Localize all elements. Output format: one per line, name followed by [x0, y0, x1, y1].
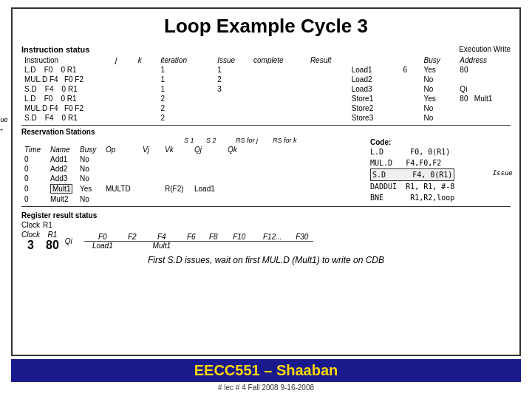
- reg-values-row: Load1 Mult1: [84, 241, 313, 250]
- col-instruction: Instruction: [21, 55, 112, 65]
- col-address: Address: [457, 55, 511, 65]
- col-complete: complete: [250, 55, 307, 65]
- code-section: Code: L.D F0, 0(R1) MUL.D F4,F0,F2 S.D F…: [363, 128, 511, 204]
- rs-col-qk: Qk: [225, 145, 258, 154]
- clock-r1-label: R1: [43, 221, 52, 229]
- table-row: MUL.D F4 F0 F2 2 Store2 No: [21, 103, 511, 113]
- issue-label-right: Issue: [492, 168, 512, 179]
- rs-sub-headers: S 1 S 2 RS for j RS for k: [21, 137, 363, 144]
- divider2: [21, 206, 511, 207]
- sd-highlight: S.D F4, 0(R1): [370, 168, 454, 181]
- footer-banner: EECC551 – Shaaban: [11, 359, 521, 382]
- issue-arrow: Issue →: [0, 116, 8, 135]
- code-listing: L.D F0, 0(R1) MUL.D F4,F0,F2 S.D F4, 0(R…: [370, 146, 511, 203]
- table-row: 0 Add1 No: [21, 154, 258, 164]
- reg-f0-val: Load1: [84, 241, 121, 250]
- reg-f12-val: [254, 241, 291, 250]
- qi-col: Qi: [65, 237, 72, 245]
- code-label: Code:: [370, 138, 511, 146]
- rs-col-vj: Vj: [140, 145, 162, 154]
- register-table-area: Clock 3 R1 80 Qi F0 F2 F4: [21, 231, 511, 252]
- exec-write-header: Execution Write: [459, 45, 511, 53]
- rs-label: Reservation Stations: [21, 128, 363, 136]
- table-row: S.D F4 0 R1 1 3 Load3 No Qi: [21, 84, 511, 94]
- col-load-num: [400, 55, 421, 65]
- reg-grid: F0 F2 F4 F6 F8 F10 F12... F30 Load1 Mult…: [84, 233, 313, 250]
- code-line-4: DADDUI R1, R1, #-8: [370, 181, 511, 192]
- r1-col: R1 80: [46, 231, 59, 252]
- issue-arrow-icon: →: [0, 123, 5, 135]
- reg-f30-header: F30: [291, 233, 313, 241]
- reg-f6-val: [180, 241, 202, 250]
- rs-col-op: Op: [103, 145, 140, 154]
- page-title: Loop Example Cycle 3: [21, 15, 511, 38]
- reg-f2-val: [121, 241, 143, 250]
- rs-code-section: Reservation Stations S 1 S 2 RS for j RS…: [21, 128, 511, 204]
- clock-row: Clock R1: [21, 221, 511, 229]
- reg-headers-row: F0 F2 F4 F6 F8 F10 F12... F30: [84, 233, 313, 241]
- col-result: Result: [307, 55, 349, 65]
- instruction-status-section: Execution Write Instruction status Instr…: [21, 45, 511, 123]
- table-row: L.D F0 0 R1 1 1 Load1 6 Yes 80: [21, 65, 511, 75]
- clock-label: Clock: [21, 221, 40, 229]
- clock-value: 3: [27, 239, 34, 252]
- rs-col-qj: Qj: [191, 145, 225, 154]
- reg-f4-val: Mult1: [143, 241, 180, 250]
- reg-f8-val: [202, 241, 225, 250]
- mult1-highlight: Mult1: [50, 184, 72, 194]
- table-row: 0 Add3 No: [21, 174, 258, 183]
- table-row: MUL.D F4 F0 F2 1 2 Load2 No: [21, 75, 511, 84]
- reg-f6-header: F6: [180, 233, 202, 241]
- table-row: 0 Add2 No: [21, 164, 258, 174]
- col-busy: Busy: [420, 55, 457, 65]
- col-load: [349, 55, 400, 65]
- col-issue: Issue: [214, 55, 250, 65]
- rs-col-vk: Vk: [162, 145, 191, 154]
- table-row: 0 Mult1 Yes MULTD R(F2) Load1: [21, 183, 258, 194]
- code-line-1: L.D F0, 0(R1): [370, 146, 511, 157]
- code-line-5: BNE R1,R2,loop: [370, 192, 511, 203]
- reg-f30-val: [291, 241, 313, 250]
- rs-table: Time Name Busy Op Vj Vk Qj Qk 0: [21, 145, 258, 204]
- instruction-status-label: Instruction status: [21, 45, 511, 54]
- register-result-section: Register result status Clock R1 Clock 3 …: [21, 211, 511, 252]
- r1-value: 80: [46, 239, 59, 252]
- clock-value-col: Clock 3: [21, 231, 40, 252]
- code-line-3: S.D F4, 0(R1) Issue: [370, 168, 511, 181]
- table-row: 0 Mult2 No: [21, 194, 258, 204]
- footer-sub: # lec # 4 Fall 2008 9-16-2008: [218, 383, 314, 392]
- col-iteration: iteration: [157, 55, 214, 65]
- reservation-stations: Reservation Stations S 1 S 2 RS for j RS…: [21, 128, 363, 204]
- r1-header: R1: [48, 231, 58, 239]
- reg-label: Register result status: [21, 211, 511, 219]
- divider: [21, 125, 511, 126]
- issue-label: Issue: [0, 116, 8, 123]
- code-line-2: MUL.D F4,F0,F2: [370, 157, 511, 168]
- rs-col-name: Name: [47, 145, 77, 154]
- reg-f2-header: F2: [121, 233, 143, 241]
- table-row: L.D F0 0 R1 2 Store1 Yes 80 Mult1: [21, 94, 511, 103]
- rs-col-busy: Busy: [77, 145, 103, 154]
- reg-f8-header: F8: [202, 233, 225, 241]
- reg-f0-header: F0: [84, 233, 121, 241]
- rs-col-time: Time: [21, 145, 47, 154]
- reg-f12-header: F12...: [254, 233, 291, 241]
- qi-label: Qi: [65, 237, 72, 245]
- main-box: Issue → Loop Example Cycle 3 Execution W…: [11, 7, 521, 356]
- page: Issue → Loop Example Cycle 3 Execution W…: [0, 0, 532, 399]
- table-row: S.D F4 0 R1 2 Store3 No: [21, 113, 511, 123]
- reg-f4-header: F4: [143, 233, 180, 241]
- clock-col-header: Clock: [21, 231, 40, 239]
- col-j: j: [112, 55, 135, 65]
- reg-f10-val: [225, 241, 254, 250]
- col-k: k: [135, 55, 158, 65]
- instruction-table: Instruction j k iteration Issue complete…: [21, 55, 511, 123]
- bottom-text: First S.D issues, wait on first MUL.D (M…: [21, 255, 511, 265]
- reg-f10-header: F10: [225, 233, 254, 241]
